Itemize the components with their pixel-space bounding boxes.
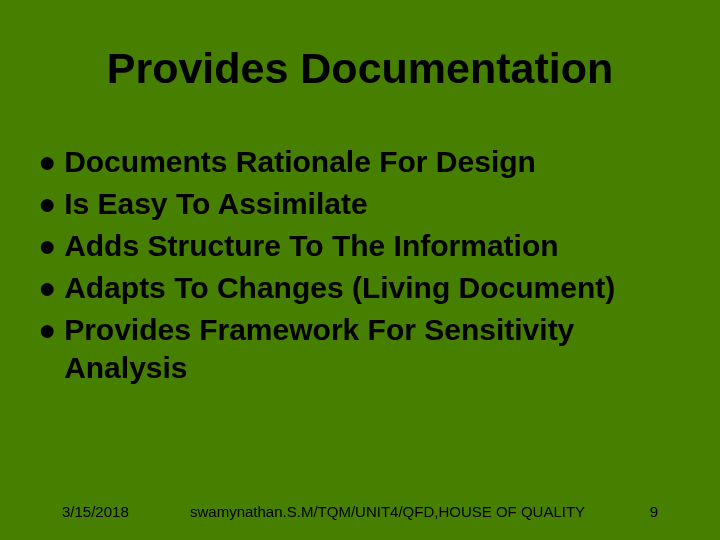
bullet-icon: ● xyxy=(38,185,56,223)
slide-title: Provides Documentation xyxy=(0,44,720,93)
bullet-list: ● Documents Rationale For Design ● Is Ea… xyxy=(38,143,680,391)
bullet-icon: ● xyxy=(38,269,56,307)
list-item-text: Adds Structure To The Information xyxy=(64,227,558,265)
footer-author: swamynathan.S.M/TQM/UNIT4/QFD,HOUSE OF Q… xyxy=(190,503,585,520)
bullet-icon: ● xyxy=(38,227,56,265)
list-item-text: Adapts To Changes (Living Document) xyxy=(64,269,615,307)
list-item-text: Provides Framework For Sensitivity Analy… xyxy=(64,311,680,387)
footer-date: 3/15/2018 xyxy=(62,503,129,520)
list-item: ● Provides Framework For Sensitivity Ana… xyxy=(38,311,680,387)
bullet-icon: ● xyxy=(38,311,56,349)
list-item: ● Adds Structure To The Information xyxy=(38,227,680,265)
bullet-icon: ● xyxy=(38,143,56,181)
list-item: ● Is Easy To Assimilate xyxy=(38,185,680,223)
list-item: ● Documents Rationale For Design xyxy=(38,143,680,181)
list-item-text: Documents Rationale For Design xyxy=(64,143,536,181)
list-item-text: Is Easy To Assimilate xyxy=(64,185,367,223)
footer-page-number: 9 xyxy=(650,503,658,520)
list-item: ● Adapts To Changes (Living Document) xyxy=(38,269,680,307)
